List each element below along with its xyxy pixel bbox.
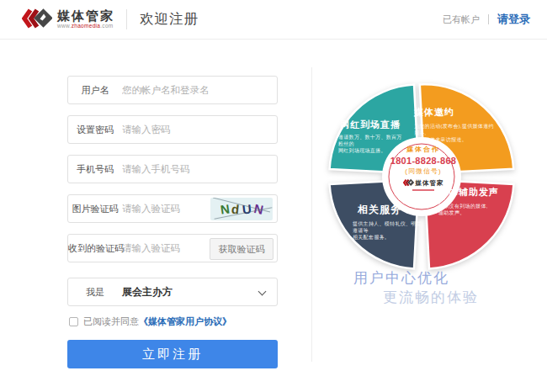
desc-line: 为您的活动(发布会),提供媒体邀约服务, xyxy=(414,123,498,136)
username-input[interactable] xyxy=(122,85,277,95)
center-brand-text: 媒体管家 xyxy=(416,180,444,187)
brand-logo[interactable]: 媒体管家 www.zhaomedia.com xyxy=(22,7,114,32)
role-label: 我是 xyxy=(68,286,122,299)
segment-label-related-services: 相关服务 xyxy=(358,203,401,217)
captcha-image[interactable]: N d U N xyxy=(210,198,273,220)
pie-center-content: 媒体合作 1801-8828-868 (同微信号) 媒体管家 xyxy=(383,146,464,191)
sms-code-field-row: 收到的验证码 获取验证码 xyxy=(67,234,278,262)
tagline-line1: 用户中心优化 xyxy=(353,268,449,288)
center-brand-underline xyxy=(412,189,434,191)
brand-logo-text: 媒体管家 www.zhaomedia.com xyxy=(57,9,114,29)
phone-input[interactable] xyxy=(122,164,277,174)
desc-line: 辅助发声。 xyxy=(438,209,499,216)
register-button[interactable]: 立即注册 xyxy=(67,340,278,368)
header-divider xyxy=(126,9,127,29)
page-title: 欢迎注册 xyxy=(140,10,199,29)
desc-line: 邀请数万、数十万、数百万粉丝的 xyxy=(338,134,404,147)
image-captcha-label: 图片验证码 xyxy=(68,203,122,215)
column-divider xyxy=(311,67,312,362)
segment-desc-related-services: 提供主持人、模特礼仪、明星邀请等 相关配套服务。 xyxy=(353,220,427,241)
segment-desc-media-invite: 为您的活动(发布会),提供媒体邀约服务, 邀请媒体来采访报道。 xyxy=(414,123,498,143)
brand-url-prefix: www. xyxy=(57,23,72,29)
captcha-char: U xyxy=(242,201,252,216)
role-selected-value: 展会主办方 xyxy=(122,285,173,299)
tagline-line2: 更流畅的体验 xyxy=(383,288,479,307)
brand-url-suffix: .com xyxy=(100,23,113,29)
agreement-checkbox[interactable] xyxy=(69,317,78,326)
segment-desc-media-voice: 联系没有到场的媒体, 辅助发声。 xyxy=(438,203,499,216)
desc-line: 相关配套服务。 xyxy=(353,234,427,241)
captcha-char: N xyxy=(220,201,231,216)
brand-url: www.zhaomedia.com xyxy=(57,24,114,29)
password-label: 设置密码 xyxy=(68,124,122,136)
phone-field-row: 手机号码 xyxy=(67,155,278,183)
role-select[interactable]: 我是 展会主办方 xyxy=(67,278,278,306)
contact-phone: 1801-8828-868 xyxy=(383,156,464,166)
brand-url-mid: zhaomedia xyxy=(72,23,101,29)
header: 媒体管家 www.zhaomedia.com 欢迎注册 已有帐户 请登录 xyxy=(0,0,547,40)
agreement-link[interactable]: 《媒体管家用户协议》 xyxy=(139,315,231,328)
get-code-button[interactable]: 获取验证码 xyxy=(210,238,274,260)
desc-line: 邀请媒体来采访报道。 xyxy=(414,136,498,143)
username-field-row: 用户名 xyxy=(67,76,278,104)
username-label: 用户名 xyxy=(68,84,122,97)
header-right-separator xyxy=(488,14,489,24)
desc-line: 提供主持人、模特礼仪、明星邀请等 xyxy=(353,220,427,234)
segment-label-media-invite: 媒体邀约 xyxy=(414,106,454,119)
brand-mini-icon xyxy=(403,178,414,188)
brand-title: 媒体管家 xyxy=(57,9,114,22)
segment-label-live-stream: 网红到场直播 xyxy=(340,119,401,131)
have-account-label: 已有帐户 xyxy=(443,13,480,26)
agreement-row: 已阅读并同意 《媒体管家用户协议》 xyxy=(69,315,231,328)
password-input[interactable] xyxy=(122,124,277,135)
chevron-down-icon xyxy=(258,288,267,296)
brand-logo-icon xyxy=(22,7,52,32)
sms-code-label: 收到的验证码 xyxy=(68,242,122,255)
header-right: 已有帐户 请登录 xyxy=(443,12,530,27)
agreement-text: 已阅读并同意 xyxy=(83,315,139,328)
register-page: 媒体管家 www.zhaomedia.com 欢迎注册 已有帐户 请登录 用户名… xyxy=(0,0,547,392)
wechat-note: (同微信号) xyxy=(383,168,464,175)
phone-label: 手机号码 xyxy=(68,163,122,176)
desc-line: 联系没有到场的媒体, xyxy=(438,203,499,209)
cooperation-label: 媒体合作 xyxy=(383,146,464,153)
image-captcha-field-row: 图片验证码 N d U N xyxy=(67,194,278,223)
center-brand: 媒体管家 xyxy=(383,178,464,188)
password-field-row: 设置密码 xyxy=(67,115,278,144)
login-link[interactable]: 请登录 xyxy=(497,12,530,27)
